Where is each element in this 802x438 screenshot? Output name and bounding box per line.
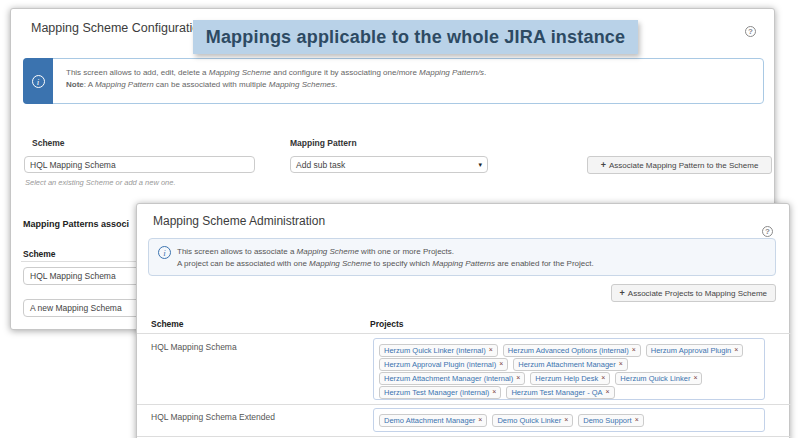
project-tag-label: Demo Attachment Manager xyxy=(384,416,475,425)
help-icon[interactable]: ? xyxy=(762,226,773,237)
plus-icon: + xyxy=(620,288,625,298)
tag-line: Herzum Attachment Manager (internal)× He… xyxy=(379,371,759,385)
annotation-banner-text: Mappings applicable to the whole JIRA in… xyxy=(206,27,626,48)
project-tag: Herzum Approval Plugin× xyxy=(646,344,744,357)
remove-tag-icon[interactable]: × xyxy=(693,374,697,382)
config-info-line1: This screen allows to add, edit, delete … xyxy=(66,67,486,79)
project-tag: Herzum Quick Linker (internal)× xyxy=(379,344,498,357)
project-tag: Herzum Quick Linker× xyxy=(615,372,702,385)
remove-tag-icon[interactable]: × xyxy=(734,346,738,354)
remove-tag-icon[interactable]: × xyxy=(635,416,639,424)
tag-line: Herzum Quick Linker (internal)× Herzum A… xyxy=(379,343,759,357)
project-tag: Herzum Attachment Manager× xyxy=(513,358,628,371)
scheme-helper-text: Select an existing Scheme or add a new o… xyxy=(25,178,176,187)
project-tag: Demo Support× xyxy=(578,414,643,427)
associate-pattern-button[interactable]: + Associate Mapping Pattern to the Schem… xyxy=(587,156,772,174)
remove-tag-icon[interactable]: × xyxy=(478,416,482,424)
divider xyxy=(137,404,791,405)
remove-tag-icon[interactable]: × xyxy=(492,388,496,396)
admin-info-text: This screen allows to associate a Mappin… xyxy=(177,246,594,269)
patterns-section-heading: Mapping Patterns associ xyxy=(23,219,129,229)
admin-info-message: i This screen allows to associate a Mapp… xyxy=(148,238,776,276)
project-tag-label: Demo Quick Linker xyxy=(497,416,561,425)
project-tag-label: Herzum Quick Linker xyxy=(620,374,690,383)
mapping-pattern-field-label: Mapping Pattern xyxy=(290,138,357,148)
tag-line: Herzum Approval Plugin (internal)× Herzu… xyxy=(379,357,759,371)
associate-projects-button-label: Associate Projects to Mapping Scheme xyxy=(628,289,767,298)
projects-tags-container: Herzum Quick Linker (internal)× Herzum A… xyxy=(373,338,765,400)
project-tag: Herzum Help Desk× xyxy=(530,372,610,385)
table-header-scheme: Scheme xyxy=(151,319,184,329)
remove-tag-icon[interactable]: × xyxy=(619,360,623,368)
associate-projects-button[interactable]: + Associate Projects to Mapping Scheme xyxy=(611,284,776,302)
project-tag: Herzum Advanced Options (internal)× xyxy=(503,344,641,357)
projects-tags-container: Demo Attachment Manager× Demo Quick Link… xyxy=(373,408,765,432)
config-info-message: i This screen allows to add, edit, delet… xyxy=(23,58,764,104)
project-tag-label: Herzum Quick Linker (internal) xyxy=(384,346,486,355)
info-bar: i xyxy=(23,58,53,104)
help-icon[interactable]: ? xyxy=(745,26,756,37)
scheme-input[interactable] xyxy=(24,156,255,173)
project-tag-label: Herzum Advanced Options (internal) xyxy=(508,346,629,355)
table-row-scheme: HQL Mapping Schema Extended xyxy=(151,412,275,422)
remove-tag-icon[interactable]: × xyxy=(564,416,568,424)
project-tag-label: Demo Support xyxy=(583,416,631,425)
screenshot-canvas: Mapping Scheme Configuration ? i This sc… xyxy=(0,0,802,438)
project-tag: Herzum Test Manager - QA× xyxy=(506,386,614,399)
remove-tag-icon[interactable]: × xyxy=(601,374,605,382)
project-tag: Herzum Approval Plugin (internal)× xyxy=(379,358,508,371)
project-tag-label: Herzum Test Manager (internal) xyxy=(384,388,489,397)
remove-tag-icon[interactable]: × xyxy=(516,374,520,382)
remove-tag-icon[interactable]: × xyxy=(499,360,503,368)
associate-pattern-button-label: Associate Mapping Pattern to the Scheme xyxy=(609,161,758,170)
annotation-banner: Mappings applicable to the whole JIRA in… xyxy=(193,20,638,54)
tag-line: Demo Attachment Manager× Demo Quick Link… xyxy=(379,413,759,427)
divider xyxy=(137,333,791,334)
admin-window-title: Mapping Scheme Administration xyxy=(153,214,325,228)
project-tag-label: Herzum Approval Plugin (internal) xyxy=(384,360,496,369)
remove-tag-icon[interactable]: × xyxy=(606,388,610,396)
project-tag-label: Herzum Approval Plugin xyxy=(651,346,731,355)
config-info-text: This screen allows to add, edit, delete … xyxy=(66,67,486,90)
scheme-field-label: Scheme xyxy=(32,138,65,148)
project-tag-label: Herzum Attachment Manager (internal) xyxy=(384,374,513,383)
project-tag: Demo Attachment Manager× xyxy=(379,414,487,427)
table-header-projects: Projects xyxy=(370,319,404,329)
remove-tag-icon[interactable]: × xyxy=(489,346,493,354)
config-info-line2: Note: A Mapping Pattern can be associate… xyxy=(66,79,486,91)
mapping-pattern-selected-value: Add sub task xyxy=(296,160,345,170)
mapping-pattern-select[interactable]: Add sub task ▾ xyxy=(290,156,488,173)
project-tag-label: Herzum Help Desk xyxy=(535,374,598,383)
project-tag-label: Herzum Test Manager - QA xyxy=(511,388,602,397)
info-icon: i xyxy=(32,75,45,88)
admin-info-line1: This screen allows to associate a Mappin… xyxy=(177,246,594,258)
admin-window: Mapping Scheme Administration ? i This s… xyxy=(136,203,790,438)
chevron-down-icon: ▾ xyxy=(478,161,482,169)
table-row-scheme: HQL Mapping Schema xyxy=(151,342,237,352)
divider xyxy=(137,436,791,437)
info-icon: i xyxy=(158,246,171,259)
project-tag: Herzum Test Manager (internal)× xyxy=(379,386,501,399)
admin-info-line2: A project can be associated with one Map… xyxy=(177,258,594,270)
plus-icon: + xyxy=(601,160,606,170)
project-tag-label: Herzum Attachment Manager xyxy=(518,360,616,369)
config-window-title: Mapping Scheme Configuration xyxy=(31,21,206,35)
remove-tag-icon[interactable]: × xyxy=(632,346,636,354)
project-tag: Herzum Attachment Manager (internal)× xyxy=(379,372,525,385)
tag-line: Herzum Test Manager (internal)× Herzum T… xyxy=(379,385,759,399)
patterns-scheme-column-header: Scheme xyxy=(23,249,56,259)
project-tag: Demo Quick Linker× xyxy=(492,414,573,427)
